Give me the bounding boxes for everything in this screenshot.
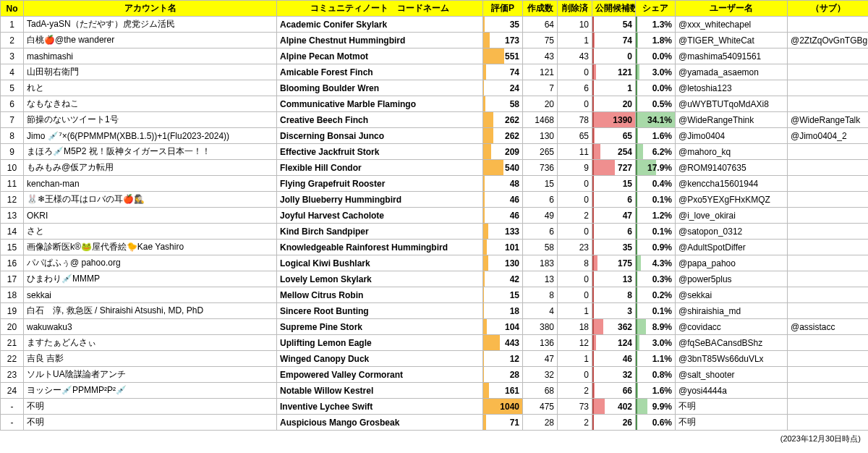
bar-cell: 13 — [592, 271, 636, 287]
table-row: 12🐰❄王様の耳はロバの耳🍎🕵️‍♀️Jolly Blueberry Hummi… — [1, 192, 869, 208]
cell: ますたぁどんさぃ — [24, 335, 277, 351]
bar-cell: 161 — [483, 383, 523, 399]
cell: Auspicious Mango Grosbeak — [277, 415, 483, 431]
bar-cell: 173 — [483, 33, 523, 48]
cell: Discerning Bonsai Junco — [277, 128, 483, 144]
cell — [788, 17, 869, 33]
cell: 不明 — [24, 415, 277, 431]
cell: TadA-yaSN（ただやす）虎党ジム活民 — [24, 17, 277, 33]
cell: 0 — [558, 367, 592, 383]
cell: 12 — [558, 335, 592, 351]
cell: 2 — [558, 415, 592, 431]
cell: Uplifting Lemon Eagle — [277, 335, 483, 351]
cell: @i_love_okirai — [676, 208, 788, 224]
cell: @letoshia123 — [676, 80, 788, 96]
cell: 43 — [558, 48, 592, 64]
bar-cell: 0 — [592, 48, 636, 64]
col-eval: 評価P — [483, 1, 523, 17]
cell — [788, 415, 869, 431]
bar-cell: 74 — [483, 64, 523, 80]
cell: 8 — [1, 128, 24, 144]
bar-cell: 0.2% — [636, 287, 676, 303]
bar-cell: 130 — [483, 255, 523, 271]
bar-cell: 1 — [592, 80, 636, 96]
col-no: No — [1, 1, 24, 17]
cell: @Pxo5YEXgFHxKMQZ — [676, 192, 788, 208]
bar-cell: 54 — [592, 17, 636, 33]
cell: 🐰❄王様の耳はロバの耳🍎🕵️‍♀️ — [24, 192, 277, 208]
cell: 73 — [558, 399, 592, 415]
cell: Inventive Lychee Swift — [277, 399, 483, 415]
cell: 24 — [1, 383, 24, 399]
cell: Academic Conifer Skylark — [277, 17, 483, 33]
cell: 2 — [558, 383, 592, 399]
cell: @2ZtZqOvGnTGBgG2 — [788, 33, 869, 48]
bar-cell: 26 — [592, 415, 636, 431]
col-deleted: 削除済 — [558, 1, 592, 17]
community-notes-table: No アカウント名 コミュニティノート コードネーム 評価P 作成数 削除済 公… — [0, 0, 868, 431]
table-row: 19白石 淳, 救急医 / Shiraishi Atsushi, MD, PhD… — [1, 303, 869, 319]
bar-cell: 175 — [592, 255, 636, 271]
bar-cell: 35 — [483, 17, 523, 33]
cell: 28 — [523, 415, 558, 431]
bar-cell: 0.1% — [636, 303, 676, 319]
bar-cell: 42 — [483, 271, 523, 287]
cell: Jimo 💉⁷×(6(PPMMPM(XBB.1.5))+1(Flu2023-20… — [24, 128, 277, 144]
cell: 1 — [558, 33, 592, 48]
cell: Blooming Boulder Wren — [277, 80, 483, 96]
col-share: シェア — [636, 1, 676, 17]
cell: 43 — [523, 48, 558, 64]
bar-cell: 6 — [592, 224, 636, 240]
cell: mashimashi — [24, 48, 277, 64]
bar-cell: 0.1% — [636, 224, 676, 240]
cell: 画像診断医k®🐸屋代香絵🐤Kae Yashiro — [24, 240, 277, 255]
cell — [788, 271, 869, 287]
cell: 0 — [558, 192, 592, 208]
cell: 18 — [1, 287, 24, 303]
cell: 78 — [558, 112, 592, 128]
bar-cell: 34.1% — [636, 112, 676, 128]
cell: ヨッシー💉PPMMP²P²💉 — [24, 383, 277, 399]
cell: - — [1, 415, 24, 431]
cell — [788, 208, 869, 224]
cell: @mahoro_kq — [676, 144, 788, 160]
cell: Knowledgeable Rainforest Hummingbird — [277, 240, 483, 255]
cell: Flexible Hill Condor — [277, 160, 483, 176]
cell: 6 — [523, 192, 558, 208]
bar-cell: 3.0% — [636, 335, 676, 351]
bar-cell: 133 — [483, 224, 523, 240]
cell: 136 — [523, 335, 558, 351]
cell: 5 — [1, 80, 24, 96]
cell: 11 — [558, 144, 592, 160]
bar-cell: 65 — [592, 128, 636, 144]
cell: 121 — [523, 64, 558, 80]
col-account: アカウント名 — [24, 1, 277, 17]
cell: 736 — [523, 160, 558, 176]
bar-cell: 74 — [592, 33, 636, 48]
cell: Joyful Harvest Cacholote — [277, 208, 483, 224]
cell: 不明 — [676, 399, 788, 415]
cell: 1 — [558, 351, 592, 367]
cell — [788, 287, 869, 303]
cell: @ROM91407635 — [676, 160, 788, 176]
cell: 19 — [1, 303, 24, 319]
cell: 0 — [558, 176, 592, 192]
cell: - — [1, 399, 24, 415]
bar-cell: 262 — [483, 112, 523, 128]
cell: 1 — [1, 17, 24, 33]
cell — [788, 383, 869, 399]
cell: 6 — [523, 224, 558, 240]
bar-cell: 71 — [483, 415, 523, 431]
cell — [788, 160, 869, 176]
cell: @mashima54091561 — [676, 48, 788, 64]
bar-cell: 540 — [483, 160, 523, 176]
col-username: ユーザー名 — [676, 1, 788, 17]
bar-cell: 46 — [483, 192, 523, 208]
cell: 9 — [1, 144, 24, 160]
cell: 不明 — [24, 399, 277, 415]
cell: Logical Kiwi Bushlark — [277, 255, 483, 271]
cell: kenchan-man — [24, 176, 277, 192]
bar-cell: 32 — [592, 367, 636, 383]
table-row: 7節操のないツイート1号Creative Beech Finch26214687… — [1, 112, 869, 128]
cell: Lovely Lemon Skylark — [277, 271, 483, 287]
